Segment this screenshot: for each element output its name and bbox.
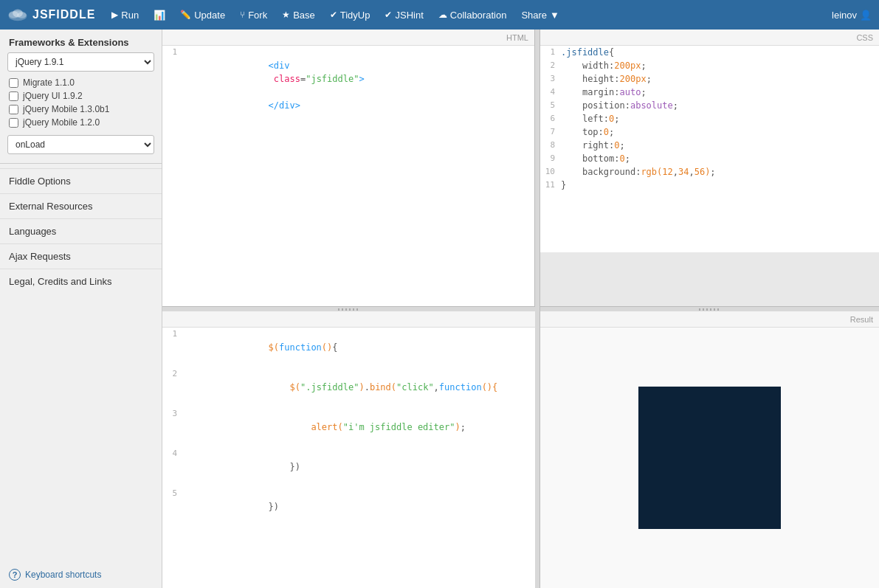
sidebar-item-ajax-requests[interactable]: Ajax Requests [0, 243, 162, 269]
checkbox-mobile-1: jQuery Mobile 1.3.0b1 [0, 103, 162, 116]
css-code-5: position:absolute; [561, 99, 678, 112]
js-panel: 1 $(function(){ 2 $(".jsfiddle").bind("c… [162, 311, 535, 588]
jqueryui-checkbox[interactable] [9, 91, 18, 101]
result-panel: Result [540, 311, 879, 588]
css-line-num-10: 10 [540, 165, 561, 179]
html-line-num-1: 1 [162, 46, 183, 59]
css-line-num-8: 8 [540, 139, 561, 152]
run-label: Run [121, 10, 139, 21]
fork-button[interactable]: ⑂ Fork [234, 7, 273, 24]
js-code-5: }) [183, 487, 279, 527]
css-line-num-3: 3 [540, 72, 561, 86]
base-button[interactable]: ★ Base [276, 7, 321, 24]
collaboration-icon: ☁ [438, 10, 447, 20]
migrate-label: Migrate 1.1.0 [23, 77, 75, 88]
resize-dots-2 [699, 308, 721, 311]
jquery-version-select[interactable]: jQuery 1.9.1 [7, 52, 154, 72]
css-line-1: 1 .jsfiddle{ [540, 46, 879, 59]
tidyup-label: TidyUp [340, 10, 370, 21]
run-button[interactable]: ▶ Run [106, 7, 145, 24]
css-panel-header: CSS [540, 30, 879, 46]
sidebar-item-languages[interactable]: Languages [0, 218, 162, 243]
migrate-checkbox[interactable] [9, 78, 18, 88]
mobile2-checkbox[interactable] [9, 118, 18, 128]
update-icon: ✏️ [180, 10, 191, 20]
jshint-button[interactable]: ✔ JSHint [379, 7, 429, 24]
fork-label: Fork [248, 10, 267, 21]
fork-icon: ⑂ [240, 10, 245, 20]
js-line-5: 5 }) [162, 487, 535, 527]
chart-icon: 📊 [154, 10, 165, 21]
css-code-10: background:rgb(12,34,56); [561, 165, 716, 179]
css-line-num-9: 9 [540, 152, 561, 165]
sidebar-item-fiddle-options[interactable]: Fiddle Options [0, 168, 162, 193]
sidebar-item-external-resources[interactable]: External Resources [0, 193, 162, 218]
star-icon: ★ [282, 10, 290, 20]
base-label: Base [293, 10, 315, 21]
css-panel: CSS 1 .jsfiddle{ 2 width:200px; 3 [540, 30, 879, 307]
css-line-num-2: 2 [540, 59, 561, 72]
js-code-1: $(function(){ [183, 328, 338, 367]
html-editor[interactable]: 1 <div class="jsfiddle"> </div> [162, 46, 534, 306]
css-label: CSS [856, 33, 873, 42]
css-line-2: 2 width:200px; [540, 59, 879, 72]
chart-button[interactable]: 📊 [148, 7, 171, 24]
jshint-icon: ✔ [385, 10, 392, 20]
help-icon: ? [9, 569, 21, 581]
css-line-4: 4 margin:auto; [540, 86, 879, 99]
css-line-num-6: 6 [540, 112, 561, 125]
css-code-7: top:0; [561, 125, 614, 139]
js-line-2: 2 $(".jsfiddle").bind("click",function()… [162, 367, 535, 407]
resize-dots [338, 308, 360, 311]
jsfiddle-logo-icon [7, 7, 28, 23]
js-line-num-2: 2 [162, 367, 183, 381]
js-line-num-4: 4 [162, 447, 183, 460]
css-code-1: .jsfiddle{ [561, 46, 614, 59]
tidyup-icon: ✔ [330, 10, 337, 20]
keyboard-shortcuts[interactable]: ? Keyboard shortcuts [0, 561, 162, 588]
js-code-4: }) [183, 447, 300, 487]
update-label: Update [194, 10, 225, 21]
css-code-6: left:0; [561, 112, 620, 125]
update-button[interactable]: ✏️ Update [174, 7, 231, 24]
collaboration-label: Collaboration [450, 10, 507, 21]
result-content [540, 328, 879, 588]
collaboration-button[interactable]: ☁ Collaboration [432, 7, 513, 24]
css-line-num-4: 4 [540, 86, 561, 99]
load-type-select[interactable]: onLoad [7, 135, 154, 154]
css-code-3: height:200px; [561, 72, 652, 86]
result-box [638, 387, 781, 529]
css-code-8: right:0; [561, 139, 625, 152]
css-editor[interactable]: 1 .jsfiddle{ 2 width:200px; 3 height:200… [540, 46, 879, 252]
jqueryui-label: jQuery UI 1.9.2 [23, 91, 83, 101]
checkbox-jqueryui: jQuery UI 1.9.2 [0, 89, 162, 103]
topbar: JSFIDDLE ▶ Run 📊 ✏️ Update ⑂ Fork ★ Base… [0, 0, 879, 30]
css-code-9: bottom:0; [561, 152, 630, 165]
css-line-9: 9 bottom:0; [540, 152, 879, 165]
css-code-11: } [561, 179, 566, 192]
tidyup-button[interactable]: ✔ TidyUp [324, 7, 376, 24]
frameworks-title: Frameworks & Extensions [0, 30, 162, 52]
run-icon: ▶ [111, 10, 118, 20]
username: leinov [832, 10, 857, 21]
jshint-label: JSHint [395, 10, 423, 21]
js-editor[interactable]: 1 $(function(){ 2 $(".jsfiddle").bind("c… [162, 328, 535, 588]
right-panels: CSS 1 .jsfiddle{ 2 width:200px; 3 [540, 30, 879, 588]
share-button[interactable]: Share ▼ [515, 7, 565, 24]
html-code-1: <div class="jsfiddle"> </div> [183, 46, 365, 125]
css-line-8: 8 right:0; [540, 139, 879, 152]
share-label: Share [521, 10, 547, 21]
sidebar-item-legal[interactable]: Legal, Credits and Links [0, 269, 162, 294]
css-line-num-7: 7 [540, 125, 561, 139]
keyboard-shortcuts-label: Keyboard shortcuts [25, 570, 101, 580]
checkbox-mobile-2: jQuery Mobile 1.2.0 [0, 116, 162, 129]
mobile1-label: jQuery Mobile 1.3.0b1 [23, 104, 109, 114]
html-panel-header: HTML [162, 30, 534, 46]
css-line-num-1: 1 [540, 46, 561, 59]
mobile1-checkbox[interactable] [9, 105, 18, 114]
checkbox-migrate: Migrate 1.1.0 [0, 76, 162, 89]
js-line-num-5: 5 [162, 487, 183, 500]
user-menu[interactable]: leinov 👤 [832, 10, 872, 21]
css-line-6: 6 left:0; [540, 112, 879, 125]
sidebar: Frameworks & Extensions jQuery 1.9.1 Mig… [0, 30, 162, 588]
